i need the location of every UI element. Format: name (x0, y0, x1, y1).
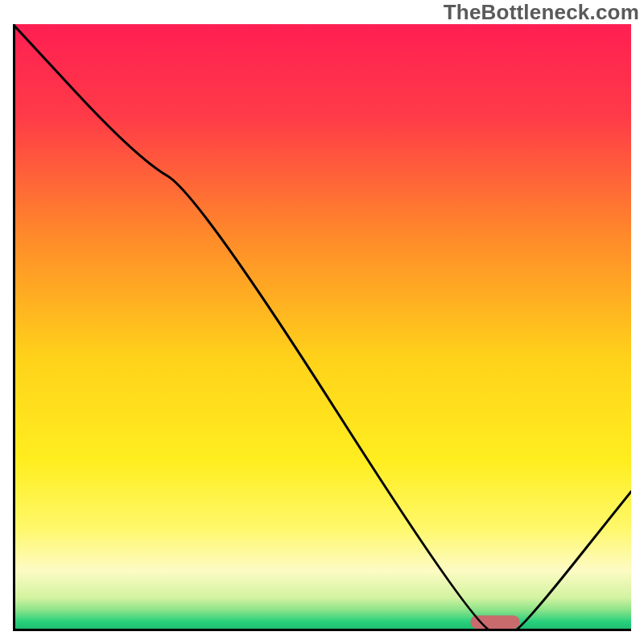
background-rect (13, 24, 631, 631)
svg-rect-0 (470, 615, 519, 629)
watermark-text: TheBottleneck.com (444, 0, 639, 25)
optimal-marker (470, 615, 519, 629)
plot-area (13, 24, 631, 631)
chart-svg (13, 24, 631, 631)
chart-canvas: TheBottleneck.com (0, 0, 644, 644)
